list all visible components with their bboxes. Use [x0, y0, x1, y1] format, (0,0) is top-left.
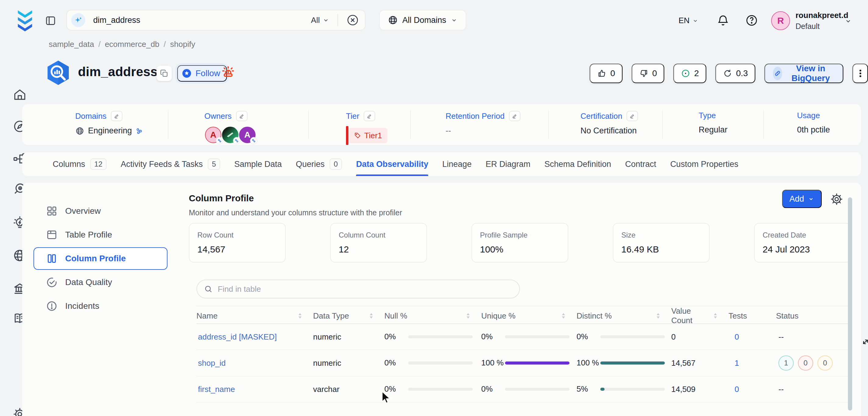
globe-icon [388, 15, 398, 25]
metadata-band: Domains Engineering Owners A [22, 104, 861, 145]
status-badges: 100 [776, 355, 848, 371]
tier-badge[interactable]: Tier1 [346, 126, 388, 145]
home-icon[interactable] [12, 87, 27, 102]
follow-button[interactable]: Follow [177, 65, 227, 82]
search-clear-icon[interactable] [346, 13, 360, 27]
owner-avatars[interactable]: A A [204, 126, 256, 144]
help-icon[interactable] [745, 14, 758, 27]
chevron-down-icon [451, 17, 458, 24]
percent-bar [408, 388, 473, 391]
status-badge-yellow: 0 [817, 355, 833, 371]
tab-queries[interactable]: Queries0 [296, 152, 342, 176]
profiler-nav-column-profile[interactable]: Column Profile [33, 247, 167, 270]
edit-tier-icon[interactable] [364, 111, 375, 121]
owner-avatar[interactable]: A [239, 126, 256, 144]
domain-link[interactable]: Engineering [88, 126, 132, 135]
edit-domains-icon[interactable] [111, 111, 122, 121]
panel-scrollbar[interactable] [848, 197, 852, 411]
tab-er-diagram[interactable]: ER Diagram [486, 152, 530, 176]
percent-cell: 0% [577, 331, 671, 342]
global-search-bar[interactable]: dim_address All [66, 10, 366, 30]
views-icon [681, 68, 690, 78]
user-name: rounakpreet.d [796, 11, 848, 20]
profiler-nav-incidents[interactable]: Incidents [33, 295, 167, 317]
tab-contract[interactable]: Contract [625, 152, 656, 176]
sort-icon[interactable] [656, 313, 660, 319]
atlan-logo[interactable] [17, 10, 33, 31]
stat-card-row-count: Row Count14,567 [189, 223, 286, 262]
column-name-link[interactable]: shop_id [196, 358, 226, 367]
table-profile-icon [46, 229, 58, 241]
profiler-nav-overview[interactable]: Overview [33, 200, 167, 222]
link-icon [135, 127, 143, 135]
downvote-button[interactable]: 0 [632, 64, 664, 83]
sort-icon[interactable] [298, 313, 302, 319]
sort-icon[interactable] [466, 313, 470, 319]
search-scope-dropdown[interactable]: All [311, 15, 330, 25]
tab-columns[interactable]: Columns12 [53, 152, 106, 176]
asset-tabs: Columns12Activity Feeds & Tasks5Sample D… [22, 152, 861, 176]
app: dim_address All All Domains EN R [0, 0, 868, 416]
copy-icon[interactable] [157, 66, 172, 81]
find-in-table-input[interactable]: Find in table [196, 280, 520, 298]
add-button[interactable]: Add [782, 190, 822, 208]
tab-sample-data[interactable]: Sample Data [234, 152, 282, 176]
column-name-link[interactable]: address_id [MASKED] [196, 332, 277, 341]
tests-link[interactable]: 0 [728, 385, 739, 394]
refresh-icon [723, 68, 733, 78]
upvote-button[interactable]: 0 [590, 64, 622, 83]
tab-lineage[interactable]: Lineage [442, 152, 471, 176]
sidebar-toggle-icon[interactable] [44, 14, 57, 27]
column-profile-icon [46, 252, 58, 265]
tab-activity-feeds-tasks[interactable]: Activity Feeds & Tasks5 [121, 152, 220, 176]
percent-bar [408, 361, 473, 364]
user-menu-chevron[interactable] [844, 17, 852, 25]
owner-avatar[interactable]: A [204, 126, 222, 144]
edit-retention-icon[interactable] [509, 111, 521, 121]
percent-cell: 0% [481, 331, 577, 342]
percent-cell: 100 % [481, 357, 577, 368]
profiler-nav: OverviewTable ProfileColumn ProfileData … [33, 200, 167, 319]
percent-cell: 100 % [577, 357, 671, 368]
overview-grid-icon [46, 205, 58, 217]
more-menu-button[interactable] [852, 64, 868, 83]
views-button[interactable]: 2 [673, 64, 706, 83]
user-info[interactable]: rounakpreet.d Default [796, 11, 848, 31]
popularity-button[interactable]: 0.3 [715, 64, 755, 83]
table-header-row: NameData TypeNull %Unique %Distinct %Val… [196, 306, 848, 324]
notifications-icon[interactable] [716, 14, 730, 27]
meta-type: Type Regular [699, 111, 727, 135]
breadcrumb-item[interactable]: sample_data [49, 40, 94, 49]
percent-bar [600, 388, 665, 391]
owner-avatar[interactable] [221, 126, 239, 144]
breadcrumb-item[interactable]: ecommerce_db [105, 40, 159, 49]
profiler-nav-table-profile[interactable]: Table Profile [33, 224, 167, 246]
tab-data-observability[interactable]: Data Observability [356, 152, 428, 176]
avatar[interactable]: R [771, 11, 790, 30]
profiler-nav-data-quality[interactable]: Data Quality [33, 271, 167, 294]
tab-custom-properties[interactable]: Custom Properties [670, 152, 739, 176]
search-query[interactable]: dim_address [93, 15, 141, 25]
tab-count-badge: 0 [330, 158, 342, 170]
view-in-bigquery-button[interactable]: View in BigQuery [765, 64, 844, 83]
language-dropdown[interactable]: EN [679, 16, 699, 25]
breadcrumb: sample_data/ecommerce_db/shopify [49, 40, 195, 49]
profiler-settings-icon[interactable] [830, 192, 843, 206]
breadcrumb-separator: / [98, 40, 100, 49]
edit-certification-icon[interactable] [626, 111, 638, 121]
sort-icon[interactable] [369, 313, 373, 319]
alert-siren-icon[interactable] [220, 64, 236, 81]
breadcrumb-separator: / [163, 40, 166, 49]
resize-cursor-icon [861, 334, 868, 348]
value-count: 0 [671, 332, 728, 342]
tests-link[interactable]: 0 [728, 332, 739, 341]
column-name-link[interactable]: first_name [196, 385, 235, 394]
sort-icon[interactable] [561, 313, 565, 319]
section-title: Column Profile [189, 193, 254, 203]
edit-owners-icon[interactable] [236, 111, 248, 121]
tab-schema-definition[interactable]: Schema Definition [544, 152, 611, 176]
tests-link[interactable]: 1 [728, 358, 739, 367]
sort-icon[interactable] [713, 313, 717, 319]
breadcrumb-item[interactable]: shopify [170, 40, 195, 49]
all-domains-dropdown[interactable]: All Domains [379, 10, 466, 30]
